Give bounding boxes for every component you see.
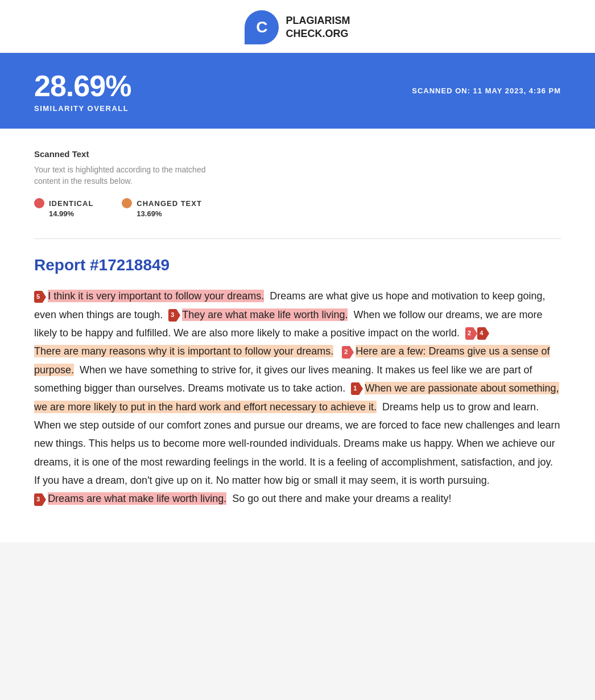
legend-identical: IDENTICAL 14.99% [34, 198, 93, 218]
main-content: Scanned Text Your text is highlighted ac… [0, 129, 595, 542]
identical-dot [34, 198, 44, 208]
scanned-text-desc: Your text is highlighted according to th… [34, 164, 561, 187]
report-text-body: 5I think it is very important to follow … [34, 287, 561, 508]
highlight-3: There are many reasons why it is importa… [34, 345, 333, 357]
scan-date: SCANNED ON: 11 MAY 2023, 4:36 PM [412, 87, 561, 95]
badge-5-wrap: 5 [34, 287, 43, 305]
divider [34, 238, 561, 239]
badge-2: 2 [465, 327, 473, 340]
badge-4: 4 [477, 327, 485, 340]
highlight-1: I think it is very important to follow y… [48, 290, 264, 302]
score-label: SIMILARITY OVERALL [34, 104, 131, 113]
identical-pct: 14.99% [34, 209, 93, 218]
badge-24-wrap: 2 4 [465, 324, 486, 342]
legend: IDENTICAL 14.99% CHANGED TEXT 13.69% [34, 198, 561, 218]
badge-2b: 2 [342, 346, 350, 359]
logo-icon: C [245, 10, 279, 44]
page-header: C PLAGIARISM CHECK.ORG [0, 0, 595, 53]
changed-pct: 13.69% [122, 209, 202, 218]
highlight-5: When we are passionate about something, … [34, 382, 559, 413]
score-banner: 28.69% SIMILARITY OVERALL SCANNED ON: 11… [0, 53, 595, 129]
badge-2b-wrap: 2 [342, 342, 351, 360]
highlight-2: They are what make life worth living. [182, 308, 348, 321]
legend-changed: CHANGED TEXT 13.69% [122, 198, 202, 218]
badge-3b-wrap: 3 [34, 489, 43, 508]
badge-3b: 3 [34, 493, 42, 506]
changed-label: CHANGED TEXT [137, 199, 202, 208]
report-title: Report #17218849 [34, 256, 561, 274]
score-left: 28.69% SIMILARITY OVERALL [34, 69, 131, 113]
scanned-text-heading: Scanned Text [34, 149, 561, 159]
badge-1: 1 [351, 382, 359, 395]
badge-3-wrap: 3 [168, 306, 177, 324]
identical-label: IDENTICAL [49, 199, 93, 208]
badge-1-wrap: 1 [351, 379, 360, 397]
score-percent: 28.69% [34, 69, 131, 103]
badge-5: 5 [34, 291, 42, 303]
highlight-6: Dreams are what make life worth living. [48, 492, 226, 505]
badge-3: 3 [168, 309, 176, 322]
logo-text: PLAGIARISM CHECK.ORG [286, 14, 350, 41]
changed-dot [122, 198, 132, 208]
logo: C PLAGIARISM CHECK.ORG [245, 10, 350, 44]
